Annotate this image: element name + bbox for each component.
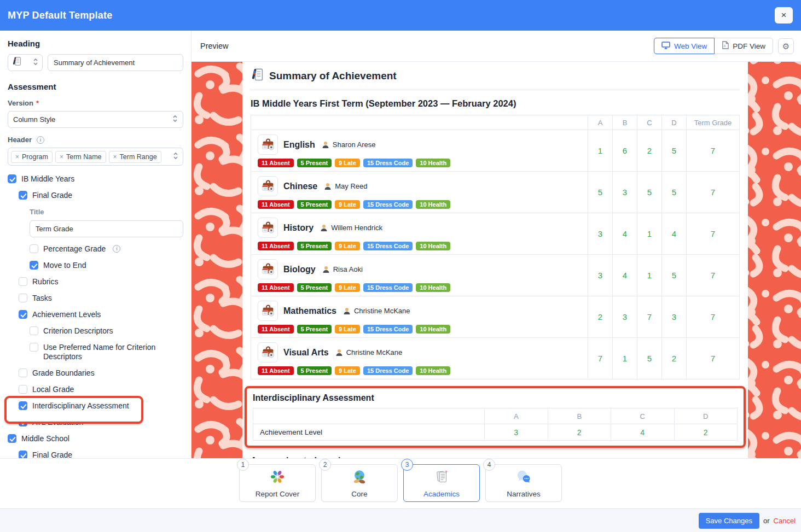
badge-10-health: 10 Health <box>416 283 450 292</box>
term-grade-cell: 7 <box>687 255 740 296</box>
cancel-link[interactable]: Cancel <box>774 517 796 525</box>
tree-item-label: Percentage Grade <box>43 244 106 254</box>
grade-cell: 4 <box>613 255 637 296</box>
tag-label: Program <box>22 153 48 161</box>
achievement-level-value: 2 <box>674 424 738 441</box>
title-input[interactable] <box>30 220 183 237</box>
badge-11-absent: 11 Absent <box>258 242 294 250</box>
subject-name: Mathematics <box>283 306 336 316</box>
heading-icon-chooser[interactable] <box>8 54 43 71</box>
pdf-view-button[interactable]: A PDF View <box>714 38 773 54</box>
chevron-up-down-icon[interactable] <box>33 57 38 68</box>
teacher-name: Risa Aoki <box>333 265 363 273</box>
pdf-file-icon: A <box>722 41 729 51</box>
term-grade-cell: 7 <box>687 130 740 172</box>
step-card-report-cover[interactable]: 1Report Cover <box>239 464 316 502</box>
badge-15-dress-code: 15 Dress Code <box>363 283 413 292</box>
remove-tag-icon[interactable]: × <box>113 153 117 161</box>
subject-name: Chinese <box>283 182 317 191</box>
checkbox-achievement-levels[interactable] <box>19 310 27 319</box>
step-number: 4 <box>483 459 495 471</box>
tree-item-label: Middle School <box>21 434 69 443</box>
tree-item-move-to-end: Move to End <box>30 261 183 270</box>
svg-text:A: A <box>724 44 726 48</box>
required-asterisk: * <box>36 99 39 107</box>
badge-11-absent: 11 Absent <box>258 159 294 167</box>
interdisciplinary-table: ABCDAchievement Level3242 <box>253 408 738 441</box>
tag-chip-term-range: ×Term Range <box>109 151 161 163</box>
badge-10-health: 10 Health <box>416 159 450 167</box>
term-grade-cell: 7 <box>687 296 740 338</box>
subject-row-history: HistoryWillem Hendrick11 Absent5 Present… <box>251 213 740 255</box>
heading-title-input[interactable] <box>48 54 183 71</box>
remove-tag-icon[interactable]: × <box>60 153 63 161</box>
subject-row-mathematics: MathematicsChristine McKane11 Absent5 Pr… <box>251 296 740 338</box>
grade-cell: 5 <box>662 130 687 172</box>
tree-item-label: Use Preferred Name for Criterion Descrip… <box>43 343 183 361</box>
checkbox-tasks[interactable] <box>19 294 27 302</box>
close-icon[interactable]: × <box>775 7 793 24</box>
badge-5-present: 5 Present <box>297 283 332 292</box>
subject-icon <box>258 218 278 238</box>
badge-9-late: 9 Late <box>335 200 360 209</box>
tree-item-label: Tasks <box>32 294 52 303</box>
web-view-button[interactable]: Web View <box>654 38 715 54</box>
badge-9-late: 9 Late <box>335 242 360 250</box>
checkbox-criterion-descriptors[interactable] <box>30 326 38 335</box>
step-card-core[interactable]: 2Core <box>321 464 398 502</box>
checkbox-interdisciplinary-assessment[interactable] <box>19 401 27 410</box>
grade-col-header-c: C <box>637 115 662 130</box>
checkbox-ib-middle-years[interactable] <box>8 174 16 183</box>
tree-item-local-grade: Local Grade <box>19 385 183 394</box>
badge-9-late: 9 Late <box>335 283 360 292</box>
teacher: Christine McKane <box>343 307 410 315</box>
checkbox-rubrics[interactable] <box>19 277 27 286</box>
grade-cell: 1 <box>637 255 662 296</box>
subject-icon <box>258 135 278 155</box>
tree-item-grade-boundaries: Grade Boundaries <box>19 369 183 378</box>
teacher: May Reed <box>324 182 367 190</box>
tag-label: Term Range <box>120 153 157 161</box>
notepad-icon <box>12 56 21 69</box>
checkbox-local-grade[interactable] <box>19 385 27 394</box>
header-multiselect[interactable]: ×Program×Term Name×Term Range <box>8 148 183 166</box>
grade-cell: 2 <box>588 296 613 338</box>
version-value: Column Style <box>13 115 55 124</box>
grade-cell: 5 <box>637 338 662 379</box>
modal-footer: Save Changes or Cancel <box>0 508 801 532</box>
gear-icon[interactable]: ⚙ <box>778 38 794 54</box>
badge-9-late: 9 Late <box>335 366 360 375</box>
step-card-academics[interactable]: 3?Academics <box>403 464 480 502</box>
preview-canvas: Summary of Achievement IB Middle Years F… <box>191 62 801 458</box>
checkbox-middle-school[interactable] <box>8 434 16 443</box>
teacher: Risa Aoki <box>322 265 363 273</box>
step-card-narratives[interactable]: 4Narratives <box>485 464 562 502</box>
notepad-icon <box>251 68 264 84</box>
checkbox-percentage-grade[interactable] <box>30 244 38 253</box>
badge-15-dress-code: 15 Dress Code <box>363 242 413 250</box>
badge-11-absent: 11 Absent <box>258 325 294 334</box>
inter-label-header <box>253 408 485 424</box>
checkbox-use-preferred-name-for-criterion-descriptors[interactable] <box>30 343 38 352</box>
version-select[interactable]: Column Style <box>8 111 183 128</box>
modal-header: MYP Default Template × <box>0 0 801 31</box>
save-changes-button[interactable]: Save Changes <box>699 513 759 529</box>
checkbox-move-to-end[interactable] <box>30 261 38 270</box>
checkbox-final-grade[interactable] <box>19 451 27 458</box>
tree-item-final-grade: Final Grade <box>19 451 183 458</box>
interdisciplinary-title: Interdisciplinary Assessment <box>253 393 738 403</box>
badge-11-absent: 11 Absent <box>258 200 294 209</box>
tree-item-label: Criterion Descriptors <box>43 326 113 336</box>
inter-col-header-c: C <box>611 408 675 424</box>
step-label: Report Cover <box>256 490 299 498</box>
info-icon: i <box>113 245 120 253</box>
badge-5-present: 5 Present <box>297 325 332 334</box>
remove-tag-icon[interactable]: × <box>15 153 19 161</box>
checkbox-final-grade[interactable] <box>19 191 27 200</box>
badge-9-late: 9 Late <box>335 325 360 334</box>
badge-11-absent: 11 Absent <box>258 283 294 292</box>
checkbox-grade-boundaries[interactable] <box>19 369 27 377</box>
badge-15-dress-code: 15 Dress Code <box>363 325 413 334</box>
grade-cell: 5 <box>662 172 687 213</box>
chevron-up-down-icon <box>173 151 178 162</box>
